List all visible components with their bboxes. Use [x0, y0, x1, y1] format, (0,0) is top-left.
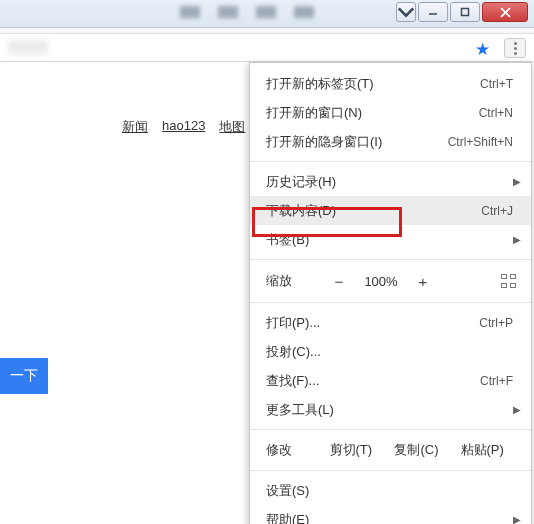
zoom-in-button[interactable]: +: [412, 273, 434, 290]
menu-label: 查找(F)...: [266, 372, 480, 390]
menu-edit-row: 修改 剪切(T) 复制(C) 粘贴(P): [250, 435, 531, 465]
close-button[interactable]: [482, 2, 528, 22]
menu-label: 打开新的窗口(N): [266, 104, 479, 122]
titlebar-blur: [180, 6, 314, 18]
link-map[interactable]: 地图: [219, 118, 245, 136]
menu-zoom: 缩放 − 100% +: [250, 265, 531, 297]
svg-rect-1: [462, 9, 469, 16]
menu-separator: [250, 470, 531, 471]
menu-print[interactable]: 打印(P)...Ctrl+P: [250, 308, 531, 337]
address-bar: ★: [0, 34, 534, 62]
submenu-arrow-icon: ▶: [513, 234, 521, 245]
menu-help[interactable]: 帮助(E)▶: [250, 505, 531, 524]
menu-separator: [250, 302, 531, 303]
menu-settings[interactable]: 设置(S): [250, 476, 531, 505]
shortcut: Ctrl+Shift+N: [448, 135, 513, 149]
menu-cast[interactable]: 投射(C)...: [250, 337, 531, 366]
window-titlebar: [0, 0, 534, 28]
menu-incognito[interactable]: 打开新的隐身窗口(I)Ctrl+Shift+N: [250, 127, 531, 156]
minimize-button[interactable]: [418, 2, 448, 22]
menu-bookmarks[interactable]: 书签(B)▶: [250, 225, 531, 254]
menu-paste[interactable]: 粘贴(P): [449, 441, 515, 459]
menu-label: 书签(B): [266, 231, 513, 249]
menu-separator: [250, 259, 531, 260]
chrome-dropdown-menu: 打开新的标签页(T)Ctrl+T 打开新的窗口(N)Ctrl+N 打开新的隐身窗…: [249, 62, 532, 524]
menu-separator: [250, 161, 531, 162]
menu-label: 打开新的隐身窗口(I): [266, 133, 448, 151]
shortcut: Ctrl+F: [480, 374, 513, 388]
menu-label: 历史记录(H): [266, 173, 513, 191]
menu-label: 下载内容(D): [266, 202, 481, 220]
shortcut: Ctrl+N: [479, 106, 513, 120]
link-hao123[interactable]: hao123: [162, 118, 205, 136]
submenu-arrow-icon: ▶: [513, 514, 521, 524]
page-content: 新闻 hao123 地图 视 一下 打开新的标签页(T)Ctrl+T 打开新的窗…: [0, 62, 534, 524]
link-news[interactable]: 新闻: [122, 118, 148, 136]
menu-new-window[interactable]: 打开新的窗口(N)Ctrl+N: [250, 98, 531, 127]
menu-label: 打印(P)...: [266, 314, 479, 332]
address-blur: [8, 40, 48, 54]
menu-label: 设置(S): [266, 482, 513, 500]
shortcut: Ctrl+P: [479, 316, 513, 330]
menu-separator: [250, 429, 531, 430]
edit-label: 修改: [266, 441, 318, 459]
menu-cut[interactable]: 剪切(T): [318, 441, 384, 459]
shortcut: Ctrl+J: [481, 204, 513, 218]
menu-history[interactable]: 历史记录(H)▶: [250, 167, 531, 196]
menu-downloads[interactable]: 下载内容(D)Ctrl+J: [250, 196, 531, 225]
zoom-label: 缩放: [266, 272, 318, 290]
maximize-button[interactable]: [450, 2, 480, 22]
shortcut: Ctrl+T: [480, 77, 513, 91]
bookmark-star-icon[interactable]: ★: [475, 39, 490, 60]
menu-label: 更多工具(L): [266, 401, 513, 419]
menu-label: 投射(C)...: [266, 343, 513, 361]
menu-find[interactable]: 查找(F)...Ctrl+F: [250, 366, 531, 395]
window-buttons: [396, 2, 528, 22]
menu-label: 打开新的标签页(T): [266, 75, 480, 93]
fullscreen-icon[interactable]: [501, 274, 519, 288]
menu-more-tools[interactable]: 更多工具(L)▶: [250, 395, 531, 424]
submenu-arrow-icon: ▶: [513, 404, 521, 415]
menu-new-tab[interactable]: 打开新的标签页(T)Ctrl+T: [250, 69, 531, 98]
chrome-menu-button[interactable]: [504, 38, 526, 58]
menu-copy[interactable]: 复制(C): [384, 441, 450, 459]
window-dropdown-button[interactable]: [396, 2, 416, 22]
menu-label: 帮助(E): [266, 511, 513, 525]
search-button[interactable]: 一下: [0, 358, 48, 394]
submenu-arrow-icon: ▶: [513, 176, 521, 187]
zoom-value: 100%: [360, 274, 402, 289]
zoom-out-button[interactable]: −: [328, 273, 350, 290]
